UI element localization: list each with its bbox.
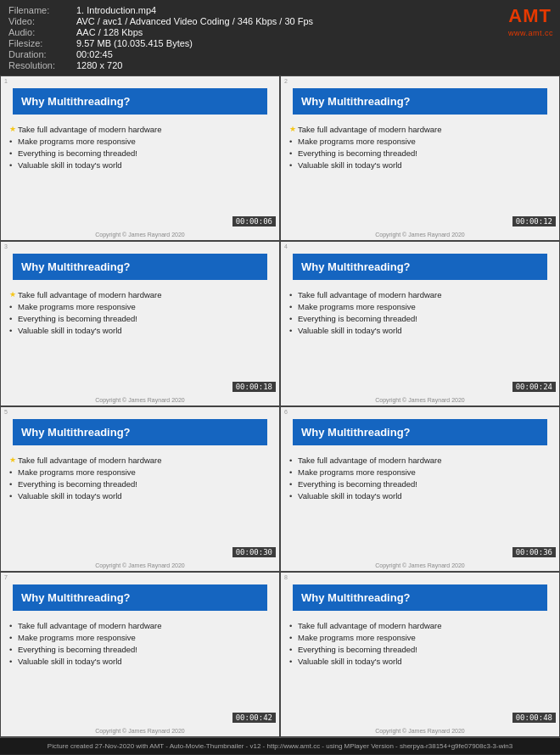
thumb-index-6: 6 — [284, 409, 288, 415]
timestamp-7: 00:00:42 — [232, 713, 276, 723]
slide-copyright-6: Copyright © James Raynard 2020 — [281, 561, 559, 571]
slide-title-bar-6: Why Multithreading? — [293, 419, 547, 445]
bullet-7-3: Everything is becoming threaded! — [18, 645, 267, 654]
bullet-6-1: Take full advantage of modern hardware — [298, 456, 547, 465]
timestamp-2: 00:00:12 — [512, 216, 556, 226]
slide-5: 5Why Multithreading?Take full advantage … — [1, 407, 279, 571]
thumb-wrapper-5: 5Why Multithreading?Take full advantage … — [0, 406, 280, 572]
bullet-6-2: Make programs more responsive — [298, 467, 547, 477]
thumbnails-grid: 1Why Multithreading?Take full advantage … — [0, 76, 560, 737]
thumb-index-4: 4 — [284, 243, 288, 249]
bullet-8-3: Everything is becoming threaded! — [298, 645, 547, 654]
slide-bullets-4: Take full advantage of modern hardwareMa… — [281, 287, 559, 395]
thumb-wrapper-1: 1Why Multithreading?Take full advantage … — [0, 76, 280, 241]
filename-value: 1. Introduction.mp4 — [76, 5, 552, 15]
thumb-index-7: 7 — [4, 574, 8, 580]
bullet-5-3: Everything is becoming threaded! — [18, 479, 267, 489]
slide-1: 1Why Multithreading?Take full advantage … — [1, 76, 279, 240]
timestamp-1: 00:00:06 — [232, 216, 276, 226]
slide-bullets-2: Take full advantage of modern hardwareMa… — [281, 121, 559, 230]
timestamp-8: 00:00:48 — [512, 713, 556, 723]
thumb-wrapper-4: 4Why Multithreading?Take full advantage … — [280, 241, 560, 406]
resolution-label: Resolution: — [8, 60, 76, 70]
bullet-8-1: Take full advantage of modern hardware — [298, 621, 547, 630]
slide-title-bar-3: Why Multithreading? — [13, 254, 267, 280]
bullet-1-2: Make programs more responsive — [18, 137, 267, 146]
slide-title-bar-8: Why Multithreading? — [293, 584, 547, 611]
slide-title-1: Why Multithreading? — [21, 95, 131, 108]
slide-bullets-8: Take full advantage of modern hardwareMa… — [281, 618, 559, 726]
timestamp-6: 00:00:36 — [512, 547, 556, 557]
timestamp-4: 00:00:24 — [512, 382, 556, 392]
filesize-value: 9.57 MB (10.035.415 Bytes) — [76, 38, 552, 48]
slide-8: 8Why Multithreading?Take full advantage … — [281, 573, 559, 736]
slide-title-2: Why Multithreading? — [301, 95, 411, 108]
video-label: Video: — [8, 16, 76, 26]
slide-bullets-3: Take full advantage of modern hardwareMa… — [1, 287, 279, 395]
bullet-4-3: Everything is becoming threaded! — [298, 314, 547, 323]
slide-bullets-5: Take full advantage of modern hardwareMa… — [1, 452, 279, 561]
thumb-wrapper-8: 8Why Multithreading?Take full advantage … — [280, 572, 560, 737]
thumb-index-2: 2 — [284, 78, 288, 84]
slide-2: 2Why Multithreading?Take full advantage … — [281, 76, 559, 240]
bullet-5-2: Make programs more responsive — [18, 467, 267, 477]
file-info-section: Filename: 1. Introduction.mp4 Video: AVC… — [0, 0, 560, 76]
slide-bullets-1: Take full advantage of modern hardwareMa… — [1, 121, 279, 230]
slide-3: 3Why Multithreading?Take full advantage … — [1, 242, 279, 405]
thumb-wrapper-3: 3Why Multithreading?Take full advantage … — [0, 241, 280, 406]
bullet-7-2: Make programs more responsive — [18, 633, 267, 642]
timestamp-5: 00:00:30 — [232, 547, 276, 557]
thumb-index-8: 8 — [284, 574, 288, 580]
bullet-4-4: Valuable skill in today's world — [298, 326, 547, 335]
slide-title-bar-4: Why Multithreading? — [293, 254, 547, 280]
slide-copyright-3: Copyright © James Raynard 2020 — [1, 395, 279, 405]
bullet-7-1: Take full advantage of modern hardware — [18, 621, 267, 630]
slide-7: 7Why Multithreading?Take full advantage … — [1, 573, 279, 736]
slide-6: 6Why Multithreading?Take full advantage … — [281, 407, 559, 571]
amt-logo-sub: www.amt.cc — [508, 29, 553, 37]
bullet-5-1: Take full advantage of modern hardware — [18, 456, 267, 465]
bullet-2-3: Everything is becoming threaded! — [298, 148, 547, 158]
audio-label: Audio: — [8, 27, 76, 37]
bullet-3-3: Everything is becoming threaded! — [18, 314, 267, 323]
bullet-1-1: Take full advantage of modern hardware — [18, 125, 267, 134]
bullet-7-4: Valuable skill in today's world — [18, 657, 267, 666]
slide-bullets-7: Take full advantage of modern hardwareMa… — [1, 618, 279, 726]
bullet-1-4: Valuable skill in today's world — [18, 160, 267, 170]
bullet-2-1: Take full advantage of modern hardware — [298, 125, 547, 134]
duration-label: Duration: — [8, 49, 76, 59]
slide-title-bar-5: Why Multithreading? — [13, 419, 267, 445]
slide-copyright-8: Copyright © James Raynard 2020 — [281, 726, 559, 736]
duration-value: 00:02:45 — [76, 49, 552, 59]
filesize-label: Filesize: — [8, 38, 76, 48]
bullet-6-3: Everything is becoming threaded! — [298, 479, 547, 489]
bullet-4-2: Make programs more responsive — [298, 302, 547, 311]
thumb-wrapper-6: 6Why Multithreading?Take full advantage … — [280, 406, 560, 572]
bullet-3-4: Valuable skill in today's world — [18, 326, 267, 335]
slide-title-bar-1: Why Multithreading? — [13, 88, 267, 115]
slide-title-7: Why Multithreading? — [21, 591, 131, 604]
bullet-2-2: Make programs more responsive — [298, 137, 547, 146]
slide-title-3: Why Multithreading? — [21, 260, 131, 273]
slide-copyright-2: Copyright © James Raynard 2020 — [281, 230, 559, 240]
slide-title-4: Why Multithreading? — [301, 260, 411, 273]
slide-bullets-6: Take full advantage of modern hardwareMa… — [281, 452, 559, 561]
footer-bar: Picture created 27-Nov-2020 with AMT - A… — [0, 737, 560, 754]
slide-4: 4Why Multithreading?Take full advantage … — [281, 242, 559, 405]
thumb-index-5: 5 — [4, 409, 8, 415]
thumb-index-3: 3 — [4, 243, 8, 249]
slide-copyright-1: Copyright © James Raynard 2020 — [1, 230, 279, 240]
timestamp-3: 00:00:18 — [232, 382, 276, 392]
bullet-3-1: Take full advantage of modern hardware — [18, 290, 267, 299]
bullet-2-4: Valuable skill in today's world — [298, 160, 547, 170]
slide-copyright-5: Copyright © James Raynard 2020 — [1, 561, 279, 571]
slide-title-bar-7: Why Multithreading? — [13, 584, 267, 611]
thumb-index-1: 1 — [4, 78, 8, 84]
footer-text: Picture created 27-Nov-2020 with AMT - A… — [48, 742, 512, 750]
audio-value: AAC / 128 Kbps — [76, 27, 552, 37]
slide-title-bar-2: Why Multithreading? — [293, 88, 547, 115]
thumb-wrapper-7: 7Why Multithreading?Take full advantage … — [0, 572, 280, 737]
bullet-5-4: Valuable skill in today's world — [18, 491, 267, 501]
bullet-1-3: Everything is becoming threaded! — [18, 148, 267, 158]
amt-logo: AMT — [508, 5, 552, 27]
